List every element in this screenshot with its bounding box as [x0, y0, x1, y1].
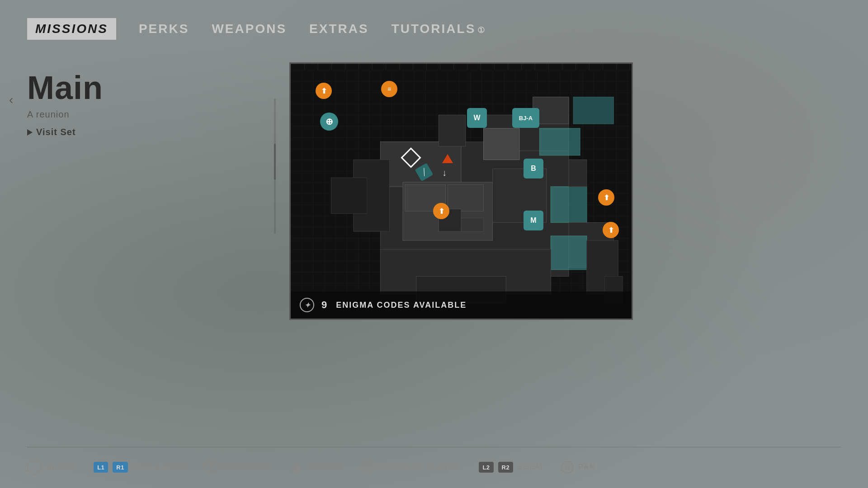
red-arrow-icon — [442, 154, 453, 163]
marker-bja-room[interactable]: BJ-A — [512, 108, 539, 128]
marker-w-room[interactable]: W — [467, 108, 487, 128]
svg-rect-7 — [573, 97, 613, 124]
svg-rect-20 — [448, 184, 483, 211]
left-panel: ‹ Main A reunion Visit Set — [27, 62, 262, 137]
map-svg — [291, 64, 632, 319]
control-legend: LEGEND — [290, 461, 343, 474]
button-l2[interactable]: L2 — [479, 462, 493, 473]
control-show-info: ✕ SHOW INFO — [205, 461, 272, 474]
marker-orange-5[interactable]: ⬆ — [603, 222, 619, 238]
control-zoom: L2 R2 ZOOM — [479, 462, 543, 473]
label-zoom: ZOOM — [518, 463, 543, 471]
main-container: MISSIONS PERKS WEAPONS EXTRAS TUTORIALS①… — [0, 0, 868, 488]
marker-icon-5: ⬆ — [608, 226, 614, 235]
marker-icon-3: ⬆ — [439, 207, 444, 216]
marker-icon-4: ⬆ — [604, 193, 609, 202]
button-r3[interactable]: R3 — [361, 461, 374, 474]
enigma-count: 9 — [321, 299, 327, 311]
svg-rect-10 — [551, 187, 586, 222]
label-cycle-tabs: CYCLE TABS — [132, 463, 187, 471]
button-circle-close[interactable]: ○ — [27, 460, 42, 474]
enigma-bar: ✦ 9 ENIGMA CODES AVAILABLE — [291, 291, 632, 319]
label-legend: LEGEND — [307, 463, 343, 471]
button-l1[interactable]: L1 — [94, 462, 108, 473]
button-r[interactable]: R — [561, 461, 574, 474]
visit-set-button[interactable]: Visit Set — [27, 127, 262, 137]
marker-teal-crosshair[interactable]: ⊕ — [320, 113, 338, 131]
map-container: ⬆ ≡ ⊕ W BJ-A B M — [289, 62, 841, 320]
label-close: CLOSE — [46, 463, 75, 471]
control-focus: R3 FOCUS ON PLAYER — [361, 461, 461, 474]
diamond-icon — [401, 147, 421, 168]
map-outer[interactable]: ⬆ ≡ ⊕ W BJ-A B M — [289, 62, 633, 320]
enigma-icon: ✦ — [300, 298, 314, 312]
button-triangle[interactable] — [290, 461, 303, 474]
bottom-bar: ○ CLOSE L1 R1 CYCLE TABS ✕ SHOW INFO LEG… — [27, 447, 841, 474]
button-cross[interactable]: ✕ — [205, 461, 218, 474]
enigma-label: ENIGMA CODES AVAILABLE — [336, 300, 467, 310]
button-r2[interactable]: R2 — [498, 462, 514, 473]
tab-missions[interactable]: MISSIONS — [27, 18, 116, 40]
marker-m-room[interactable]: M — [524, 211, 543, 230]
svg-rect-18 — [331, 178, 367, 213]
control-pan: R PAN — [561, 461, 596, 474]
marker-orange-4[interactable]: ⬆ — [598, 189, 614, 206]
label-focus: FOCUS ON PLAYER — [378, 463, 461, 471]
mission-title: Main — [27, 71, 262, 104]
visit-set-label: Visit Set — [36, 127, 76, 137]
tab-tutorials[interactable]: TUTORIALS① — [392, 22, 486, 36]
control-close: ○ CLOSE — [27, 460, 75, 474]
svg-rect-11 — [569, 160, 587, 187]
marker-orange-1[interactable]: ⬆ — [316, 83, 332, 99]
marker-icon-2: ≡ — [387, 85, 391, 93]
svg-rect-21 — [461, 218, 484, 232]
chevron-left-icon[interactable]: ‹ — [9, 93, 13, 107]
visit-set-arrow-icon — [27, 129, 33, 136]
mission-subtitle: A reunion — [27, 109, 262, 120]
scroll-thumb — [274, 144, 276, 180]
tab-weapons[interactable]: WEAPONS — [212, 22, 287, 36]
svg-rect-8 — [484, 128, 519, 160]
svg-rect-4 — [439, 115, 466, 146]
content-area: ‹ Main A reunion Visit Set — [27, 62, 841, 447]
label-pan: PAN — [578, 463, 596, 471]
marker-b-room[interactable]: B — [524, 159, 543, 178]
marker-orange-2[interactable]: ≡ — [381, 81, 397, 97]
crosshair-icon: ⊕ — [326, 116, 333, 127]
top-nav: MISSIONS PERKS WEAPONS EXTRAS TUTORIALS① — [27, 18, 841, 40]
control-cycle-tabs: L1 R1 CYCLE TABS — [94, 462, 187, 473]
svg-rect-13 — [551, 236, 586, 269]
tab-perks[interactable]: PERKS — [139, 22, 189, 36]
button-r1[interactable]: R1 — [113, 462, 128, 473]
tab-extras[interactable]: EXTRAS — [309, 22, 369, 36]
marker-icon-1: ⬆ — [321, 87, 327, 95]
red-arrow-marker — [442, 154, 453, 163]
triangle-shape — [292, 463, 301, 471]
marker-orange-3[interactable]: ⬆ — [433, 203, 449, 219]
label-show-info: SHOW INFO — [222, 463, 272, 471]
player-marker — [404, 150, 418, 165]
svg-rect-9 — [540, 128, 580, 155]
tutorials-badge: ① — [477, 26, 486, 35]
scroll-bar — [274, 99, 276, 234]
down-arrow-marker: ↓ — [442, 168, 447, 178]
